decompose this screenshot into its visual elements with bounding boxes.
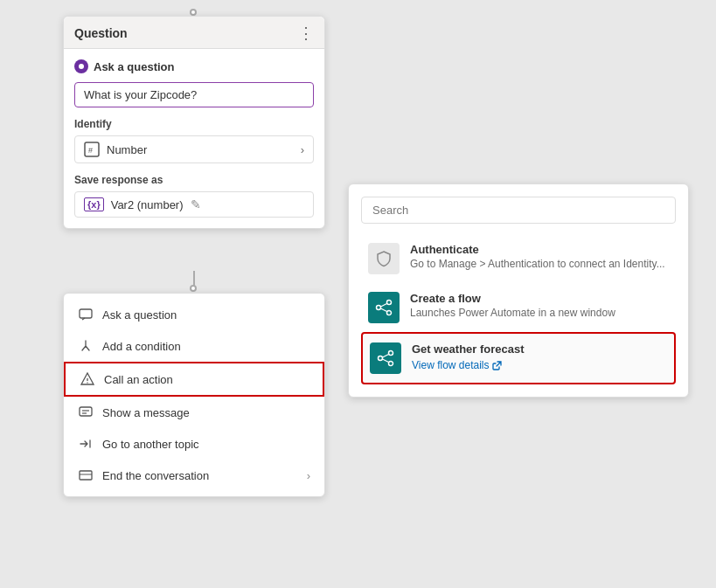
right-panel: Authenticate Go to Manage > Authenticati… bbox=[348, 183, 689, 398]
var-row: {x} Var2 (number) ✎ bbox=[74, 191, 314, 218]
action-item-condition-label: Add a condition bbox=[102, 340, 310, 353]
action-item-message[interactable]: Show a message bbox=[64, 397, 324, 428]
svg-point-17 bbox=[379, 356, 383, 361]
action-item-ask-label: Ask a question bbox=[102, 308, 310, 322]
view-flow-details-link[interactable]: View flow details bbox=[412, 359, 502, 371]
ask-question-row: Ask a question bbox=[74, 59, 314, 73]
authenticate-desc: Go to Manage > Authentication to connect… bbox=[410, 258, 669, 270]
svg-point-12 bbox=[377, 306, 381, 310]
edit-icon[interactable]: ✎ bbox=[191, 197, 201, 211]
action-item-call-action-label: Call an action bbox=[104, 373, 309, 386]
shield-icon bbox=[375, 250, 393, 267]
action-item-message-label: Show a message bbox=[102, 406, 310, 419]
action-icon bbox=[80, 371, 95, 387]
weather-content: Get weather forecast View flow details bbox=[412, 342, 667, 371]
ask-question-label: Ask a question bbox=[94, 60, 174, 73]
chat-icon bbox=[78, 307, 94, 322]
save-response-label: Save response as bbox=[74, 174, 314, 186]
more-options-icon[interactable]: ⋮ bbox=[298, 25, 314, 41]
identify-label: Identify bbox=[74, 118, 314, 130]
svg-rect-7 bbox=[80, 407, 92, 416]
action-item-ask[interactable]: Ask a question bbox=[64, 299, 324, 330]
chevron-right-end-icon: › bbox=[307, 469, 310, 482]
chevron-right-icon: › bbox=[301, 143, 304, 156]
svg-line-16 bbox=[381, 308, 387, 312]
svg-rect-2 bbox=[80, 309, 92, 318]
authenticate-content: Authenticate Go to Manage > Authenticati… bbox=[410, 243, 669, 270]
weather-title: Get weather forecast bbox=[412, 342, 667, 356]
panel-item-authenticate[interactable]: Authenticate Go to Manage > Authenticati… bbox=[361, 234, 676, 283]
question-card: Question ⋮ Ask a question Identify # Num… bbox=[63, 16, 325, 229]
authenticate-icon-bg bbox=[368, 243, 400, 274]
panel-item-weather[interactable]: Get weather forecast View flow details bbox=[361, 332, 676, 384]
view-flow-details-text: View flow details bbox=[412, 359, 490, 371]
create-flow-title: Create a flow bbox=[410, 292, 669, 305]
svg-line-20 bbox=[383, 355, 389, 358]
action-item-goto[interactable]: Go to another topic bbox=[64, 428, 324, 460]
create-flow-content: Create a flow Launches Power Automate in… bbox=[410, 292, 669, 319]
svg-point-13 bbox=[387, 301, 392, 305]
action-item-goto-label: Go to another topic bbox=[102, 438, 310, 451]
svg-point-18 bbox=[389, 351, 393, 356]
branch-icon bbox=[78, 338, 94, 354]
var-text: Var2 (number) bbox=[111, 198, 184, 211]
svg-point-6 bbox=[87, 382, 87, 383]
number-icon: # bbox=[84, 142, 100, 157]
weather-flow-icon bbox=[376, 349, 395, 368]
svg-point-14 bbox=[387, 311, 392, 315]
connector-dot-mid bbox=[190, 285, 197, 292]
var-icon: {x} bbox=[84, 197, 104, 211]
svg-rect-10 bbox=[80, 471, 92, 480]
message-icon bbox=[78, 405, 94, 420]
ask-question-icon bbox=[74, 59, 88, 73]
search-input[interactable] bbox=[361, 197, 676, 224]
svg-line-21 bbox=[383, 359, 389, 363]
flow-icon bbox=[374, 298, 393, 317]
question-card-body: Ask a question Identify # Number › Save … bbox=[64, 49, 324, 228]
action-item-call-action[interactable]: Call an action bbox=[64, 362, 324, 397]
question-card-header: Question ⋮ bbox=[64, 17, 324, 49]
identify-value: Number bbox=[107, 143, 147, 156]
action-item-end[interactable]: End the conversation › bbox=[64, 460, 324, 491]
identify-left: # Number bbox=[84, 142, 147, 157]
action-item-condition[interactable]: Add a condition bbox=[64, 330, 324, 362]
weather-icon-bg bbox=[370, 342, 401, 374]
connector-dot-top bbox=[190, 9, 197, 16]
goto-icon bbox=[78, 436, 94, 452]
action-item-end-label: End the conversation bbox=[102, 469, 298, 482]
svg-line-15 bbox=[381, 304, 387, 308]
svg-text:#: # bbox=[88, 146, 93, 155]
end-icon bbox=[78, 467, 94, 483]
question-input[interactable] bbox=[74, 82, 314, 107]
create-flow-desc: Launches Power Automate in a new window bbox=[410, 307, 669, 319]
panel-item-create-flow[interactable]: Create a flow Launches Power Automate in… bbox=[361, 283, 676, 332]
action-menu: Ask a question Add a condition Call an a… bbox=[63, 293, 325, 497]
authenticate-title: Authenticate bbox=[410, 243, 669, 256]
identify-row[interactable]: # Number › bbox=[74, 135, 314, 163]
create-flow-icon-bg bbox=[368, 292, 400, 323]
external-link-icon bbox=[492, 361, 502, 370]
question-card-title: Question bbox=[74, 26, 128, 40]
svg-point-19 bbox=[389, 362, 393, 366]
